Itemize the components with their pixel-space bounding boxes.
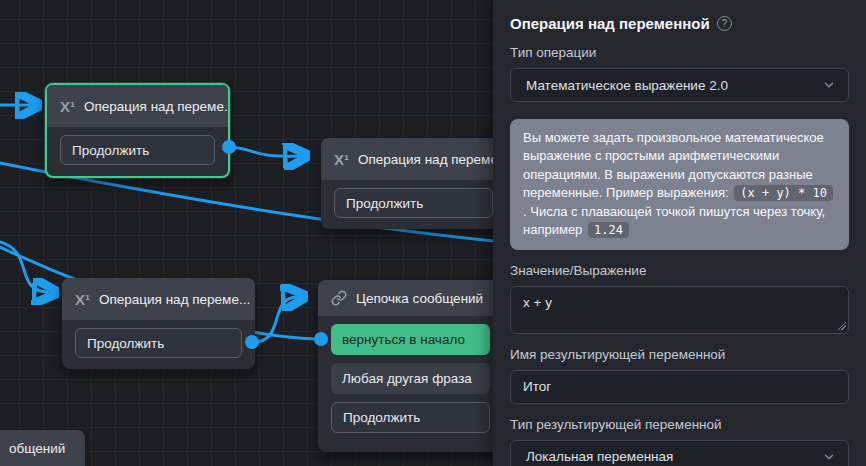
code-sample: 1.24 xyxy=(588,222,629,238)
chain-item-any-other-phrase[interactable]: Любая другая фраза xyxy=(331,363,490,394)
node-variable-operation-1[interactable]: X¹ Операция над переме... Продолжить xyxy=(45,83,230,178)
node-message-chain-partial[interactable]: общений xyxy=(0,430,85,466)
code-sample: (x + y) * 10 xyxy=(734,185,833,201)
edge[interactable] xyxy=(229,147,298,156)
flow-editor: X¹ Операция над переме... Продолжить X¹ … xyxy=(0,0,866,466)
help-icon[interactable]: ? xyxy=(717,16,732,31)
connection-port[interactable] xyxy=(222,140,236,154)
operation-type-value: Математическое выражение 2.0 xyxy=(526,78,728,93)
node-message-chain[interactable]: Цепочка сообщений вернуться в начало Люб… xyxy=(318,280,503,452)
node-body: Продолжить xyxy=(47,127,228,176)
continue-button[interactable]: Продолжить xyxy=(334,188,493,218)
resize-handle-icon[interactable] xyxy=(837,321,846,330)
node-variable-operation-3[interactable]: X¹ Операция над переме... Продолжить xyxy=(62,278,255,369)
result-type-value: Локальная переменная xyxy=(526,449,673,464)
node-title: Операция над переме... xyxy=(99,292,250,307)
result-type-label: Тип результирующей переменной xyxy=(510,417,849,432)
result-type-select[interactable]: Локальная переменная xyxy=(510,440,849,466)
x1-icon: X¹ xyxy=(60,98,75,115)
x1-icon: X¹ xyxy=(334,151,349,168)
node-header[interactable]: Цепочка сообщений xyxy=(318,280,503,316)
node-header[interactable]: X¹ Операция над переме... xyxy=(47,85,228,127)
info-text: . Числа с плавающей точкой пишутся через… xyxy=(523,204,825,237)
panel-title: Операция над переменной xyxy=(510,15,710,32)
node-header[interactable]: X¹ Операция над переме... xyxy=(62,278,255,320)
node-header[interactable]: X¹ Операция над переме... xyxy=(321,138,506,180)
connection-port[interactable] xyxy=(245,335,259,349)
continue-button[interactable]: Продолжить xyxy=(60,135,215,165)
result-name-input[interactable] xyxy=(510,370,849,404)
node-body: Продолжить xyxy=(321,180,506,229)
link-icon xyxy=(331,290,347,306)
value-expression-input[interactable]: x + y xyxy=(510,286,849,334)
node-variable-operation-2[interactable]: X¹ Операция над переме... Продолжить xyxy=(321,138,506,229)
chain-item-return-to-start[interactable]: вернуться в начало xyxy=(331,324,490,355)
info-box: Вы можете задать произвольное математиче… xyxy=(510,119,849,250)
continue-button[interactable]: Продолжить xyxy=(75,328,242,358)
node-body: Продолжить xyxy=(62,320,255,369)
connection-port[interactable] xyxy=(314,332,328,346)
chevron-down-icon xyxy=(822,78,836,92)
chevron-down-icon xyxy=(822,450,836,464)
settings-panel: Операция над переменной ? Тип операции М… xyxy=(493,0,866,466)
value-expression-label: Значение/Выражение xyxy=(510,263,849,278)
x1-icon: X¹ xyxy=(75,291,90,308)
node-title: Операция над переме... xyxy=(84,99,228,114)
operation-type-label: Тип операции xyxy=(510,45,849,60)
result-name-label: Имя результирующей переменной xyxy=(510,347,849,362)
operation-type-select[interactable]: Математическое выражение 2.0 xyxy=(510,68,849,102)
node-title: Операция над переме... xyxy=(358,152,506,167)
chain-item-continue[interactable]: Продолжить xyxy=(331,402,490,433)
node-title: общений xyxy=(9,441,65,456)
node-body: вернуться в начало Любая другая фраза Пр… xyxy=(318,316,503,452)
node-title: Цепочка сообщений xyxy=(356,291,483,306)
